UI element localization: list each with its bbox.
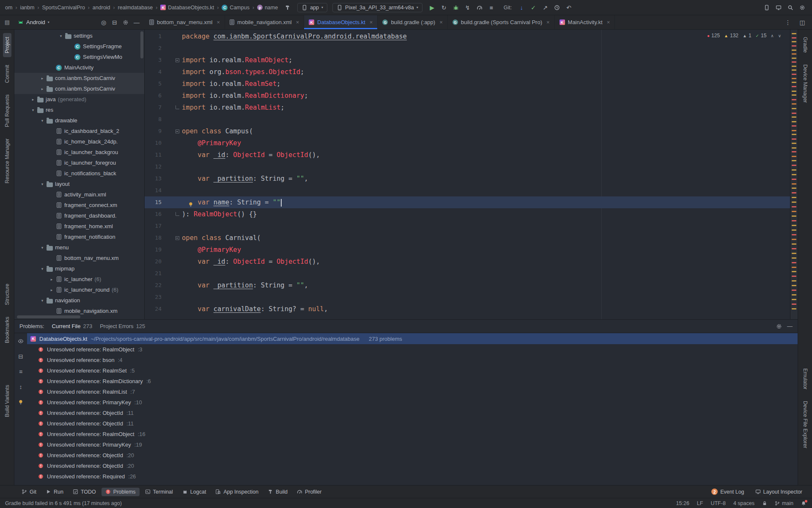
tool-window-button-event-log[interactable]: 2Event Log — [708, 487, 748, 496]
tree-chevron-icon[interactable]: ▸ — [39, 87, 46, 91]
tool-window-button-run[interactable]: Run — [42, 488, 67, 496]
error-stripe[interactable] — [790, 30, 798, 319]
breadcrumb-item[interactable]: realmdatabase — [118, 5, 153, 11]
code-line[interactable]: 1package com.ianbm.SportsCarnivalPro.and… — [145, 30, 790, 42]
code-line[interactable]: 16): RealmObject() {} — [145, 208, 790, 220]
tree-item[interactable]: ▸com.ianbm.SportsCarniv — [14, 73, 144, 83]
problem-row[interactable]: Unresolved reference: ObjectId:11 — [27, 418, 798, 429]
tree-item[interactable]: ▾navigation — [14, 295, 144, 306]
tool-window-button-app-inspection[interactable]: App Inspection — [211, 488, 262, 496]
tool-strip-item-pull-requests[interactable]: Pull Requests — [3, 91, 11, 131]
fold-marker[interactable] — [173, 213, 181, 216]
tree-item[interactable]: CSettingsViewMo — [14, 52, 144, 62]
tool-strip-item-structure[interactable]: Structure — [3, 280, 11, 309]
code-editor[interactable]: ●125▲132▲1✓15∧∨ 1package com.ianbm.Sport… — [145, 30, 790, 319]
editor-tab[interactable]: bottom_nav_menu.xml× — [145, 15, 225, 29]
tool-window-button-todo[interactable]: TODO — [69, 488, 100, 496]
code-line[interactable]: 24 var carnivalDate: String? = null, — [145, 303, 790, 315]
tree-item[interactable]: ▾layout — [14, 179, 144, 189]
code-line[interactable]: 10 @PrimaryKey — [145, 137, 790, 149]
tool-window-button-problems[interactable]: Problems — [102, 488, 140, 496]
tool-window-button-layout-inspector[interactable]: Layout Inspector — [752, 487, 806, 496]
tree-vertical-scrollbar[interactable] — [140, 31, 143, 58]
code-line[interactable]: 5import io.realm.RealmSet; — [145, 78, 790, 90]
code-line[interactable]: 12 — [145, 161, 790, 173]
tool-strip-item-resource-manager[interactable]: Resource Manager — [3, 135, 11, 187]
fold-marker[interactable] — [173, 106, 181, 109]
stop-button[interactable]: ■ — [487, 3, 496, 12]
problem-row[interactable]: Unresolved reference: PrimaryKey:10 — [27, 397, 798, 408]
tree-chevron-icon[interactable]: ▸ — [48, 277, 55, 282]
problem-row[interactable]: Unresolved reference: bson:4 — [27, 355, 798, 365]
tree-item[interactable]: ▾res — [14, 105, 144, 115]
build-hammer-icon[interactable] — [283, 3, 292, 12]
problem-row[interactable]: Unresolved reference: RealmList:7 — [27, 387, 798, 397]
apply-changes-icon[interactable]: ↻ — [439, 3, 449, 12]
editor-tab[interactable]: Gbuild.gradle (:app)× — [378, 15, 447, 29]
run-button[interactable]: ▶ — [428, 3, 437, 12]
tool-strip-item-build-variants[interactable]: Build Variants — [3, 381, 11, 421]
close-tab-icon[interactable]: × — [217, 19, 220, 25]
tree-chevron-icon[interactable]: ▸ — [39, 76, 46, 80]
tree-item[interactable]: ▾mipmap — [14, 263, 144, 274]
group-by-icon[interactable]: ≡ — [16, 367, 25, 376]
code-line[interactable]: 15 var name: String = "" — [145, 196, 790, 208]
update-project-icon[interactable]: ↓ — [517, 3, 526, 12]
tool-strip-item-device-file-explorer[interactable]: Device File Explorer — [801, 397, 809, 452]
tree-item[interactable]: CMainActivity — [14, 62, 144, 73]
problem-row[interactable]: Unresolved reference: ObjectId:11 — [27, 408, 798, 418]
status-item[interactable]: 15:26 — [676, 500, 689, 506]
close-tab-icon[interactable]: × — [439, 19, 443, 25]
notifications-widget[interactable] — [801, 501, 806, 506]
tool-window-strip-icon[interactable]: ▤ — [0, 15, 14, 29]
tree-chevron-icon[interactable]: ▾ — [39, 298, 46, 303]
close-tab-icon[interactable]: × — [370, 19, 373, 25]
editor-tab[interactable]: mobile_navigation.xml× — [225, 15, 304, 29]
sort-icon[interactable]: ↕ — [16, 382, 25, 392]
problem-row[interactable]: Unresolved reference: RealmObject:3 — [27, 344, 798, 355]
tool-window-button-logcat[interactable]: Logcat — [178, 488, 210, 496]
tool-strip-item-project[interactable]: Project — [3, 33, 11, 57]
breadcrumb-item[interactable]: ianbm — [20, 5, 34, 11]
tree-item[interactable]: ic_dashboard_black_2 — [14, 126, 144, 136]
close-tab-icon[interactable]: × — [607, 19, 610, 25]
tree-item[interactable]: ▾settings — [14, 30, 144, 41]
fold-marker[interactable] — [173, 236, 181, 240]
tree-item[interactable]: ▸com.ianbm.SportsCarniv — [14, 83, 144, 94]
tree-chevron-icon[interactable]: ▾ — [39, 182, 46, 186]
select-opened-file-icon[interactable]: ◎ — [99, 18, 108, 27]
hide-problems-icon[interactable]: — — [787, 323, 793, 329]
problem-row[interactable]: Unresolved reference: Required:26 — [27, 471, 798, 482]
quick-fixes-bulb-icon[interactable] — [16, 398, 25, 407]
tool-strip-item-commit[interactable]: Commit — [3, 61, 11, 87]
problems-tab-project-errors[interactable]: Project Errors125 — [100, 323, 145, 329]
code-line[interactable]: 9open class Campus( — [145, 125, 790, 137]
status-item[interactable]: UTF-8 — [710, 500, 725, 506]
tree-item[interactable]: ▾menu — [14, 242, 144, 253]
hidden-tabs-icon[interactable]: ⋮ — [783, 18, 793, 27]
tree-chevron-icon[interactable]: ▾ — [39, 246, 46, 250]
tool-window-button-git[interactable]: Git — [18, 488, 40, 496]
close-tab-icon[interactable]: × — [546, 19, 550, 25]
editor-tab[interactable]: Gbuild.gradle (Sports Carnival Pro)× — [448, 15, 555, 29]
close-tab-icon[interactable]: × — [296, 19, 299, 25]
tool-strip-item-device-manager[interactable]: Device Manager — [801, 61, 809, 107]
profiler-button[interactable] — [475, 3, 484, 12]
problem-row[interactable]: Unresolved reference: PrimaryKey:19 — [27, 439, 798, 450]
tree-chevron-icon[interactable]: ▸ — [30, 97, 36, 102]
mirror-device-icon[interactable] — [774, 3, 783, 12]
status-message[interactable]: Gradle build failed in 6 s 491 ms (17 mi… — [5, 500, 122, 506]
hide-panel-icon[interactable]: — — [132, 18, 141, 27]
tree-item[interactable]: fragment_home.xml — [14, 221, 144, 232]
tree-item[interactable]: mobile_navigation.xm — [14, 306, 144, 316]
debug-button[interactable] — [451, 3, 461, 12]
problem-row[interactable]: Unresolved reference: RealmDictionary:6 — [27, 376, 798, 387]
split-editor-icon[interactable]: ◫ — [798, 18, 807, 27]
readonly-lock-icon[interactable] — [762, 501, 767, 506]
code-line[interactable]: 19 @PrimaryKey — [145, 244, 790, 256]
editor-tab[interactable]: KMainActivity.kt× — [555, 15, 615, 29]
breadcrumb-item[interactable]: KDatabaseObjects.kt — [160, 5, 214, 11]
search-everywhere-icon[interactable] — [786, 3, 795, 12]
code-line[interactable]: 4import org.bson.types.ObjectId; — [145, 66, 790, 78]
code-line[interactable]: 22 var _partition: String = "", — [145, 279, 790, 291]
